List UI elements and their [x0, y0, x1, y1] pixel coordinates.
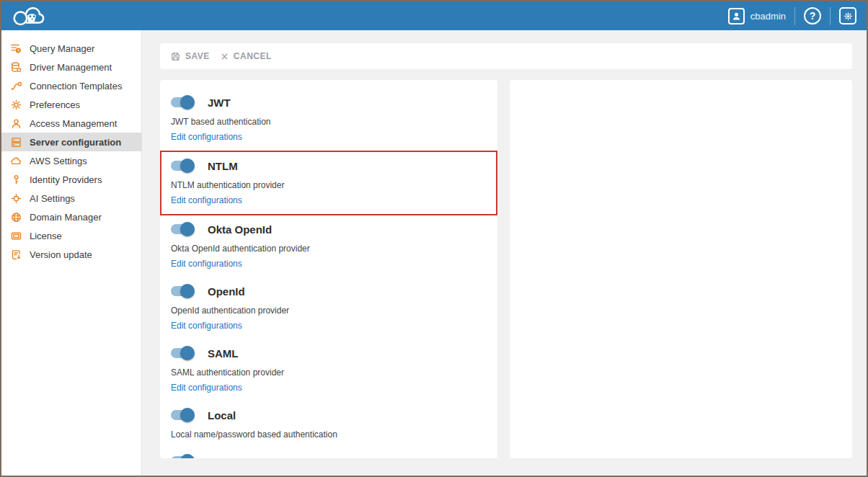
edit-configurations-link[interactable]: Edit configurations	[171, 132, 242, 142]
cloudbeaver-logo-icon[interactable]	[12, 4, 45, 29]
auth-provider-jwt: JWT JWT based authentication Edit config…	[160, 89, 497, 151]
sidebar-item-version-update[interactable]: Version update	[1, 245, 141, 264]
auth-provider-saml: SAML SAML authentication provider Edit c…	[160, 339, 497, 401]
key-icon	[10, 174, 22, 186]
sidebar: Query Manager Driver Management Connecti…	[1, 30, 142, 476]
username: cbadmin	[750, 11, 786, 22]
auth-provider-local: Local Local name/password based authenti…	[160, 401, 497, 447]
auth-provider-ntlm: NTLM NTLM authentication provider Edit c…	[160, 151, 497, 215]
chip-icon	[10, 192, 22, 205]
document-update-icon	[10, 249, 22, 261]
main-area: SAVE CANCEL JWT JWT based authentication	[142, 30, 867, 476]
details-panel	[510, 80, 852, 458]
auth-provider-okta-openid: Okta OpenId Okta OpenId authentication p…	[160, 215, 497, 277]
provider-title: JWT	[208, 97, 231, 109]
license-card-icon	[10, 230, 22, 242]
save-button[interactable]: SAVE	[170, 51, 210, 62]
save-label: SAVE	[185, 51, 210, 61]
sidebar-item-aws-settings[interactable]: AWS Settings	[1, 151, 141, 170]
sidebar-item-label: License	[30, 231, 62, 241]
sidebar-item-label: Access Management	[30, 118, 117, 129]
saml-toggle[interactable]	[171, 348, 194, 358]
auth-provider-reverse-proxy: Reverse proxy Reverse proxy header based…	[160, 447, 497, 458]
cancel-label: CANCEL	[234, 51, 272, 61]
provider-title: Reverse proxy	[208, 455, 282, 459]
sidebar-item-label: Connection Templates	[30, 81, 122, 92]
cancel-x-icon	[220, 52, 229, 61]
database-gear-icon	[10, 61, 22, 73]
globe-icon	[10, 211, 22, 223]
sidebar-item-driver-management[interactable]: Driver Management	[1, 58, 141, 76]
user-avatar-icon	[728, 8, 745, 24]
provider-title: Local	[208, 409, 236, 422]
openid-toggle[interactable]	[171, 286, 194, 296]
server-configuration-content: JWT JWT based authentication Edit config…	[160, 80, 852, 458]
gear-icon	[10, 99, 22, 111]
settings-button[interactable]	[839, 7, 856, 24]
server-stack-icon	[10, 136, 22, 148]
edit-configurations-link[interactable]: Edit configurations	[171, 383, 242, 393]
sidebar-item-label: Preferences	[30, 99, 80, 110]
provider-description: OpenId authentication provider	[171, 306, 487, 316]
provider-description: JWT based authentication	[171, 117, 487, 127]
user-menu[interactable]: cbadmin	[728, 8, 786, 24]
sidebar-item-label: AI Settings	[30, 193, 75, 204]
toolbar: SAVE CANCEL	[160, 43, 852, 69]
sidebar-item-query-manager[interactable]: Query Manager	[1, 39, 141, 58]
provider-description: Local name/password based authentication	[171, 429, 487, 440]
header-divider	[794, 7, 795, 25]
auth-providers-panel: JWT JWT based authentication Edit config…	[160, 80, 497, 458]
app-window: cbadmin ? Qu	[0, 0, 868, 477]
connection-flow-icon	[10, 80, 22, 92]
provider-title: NTLM	[208, 160, 238, 172]
sidebar-item-label: Query Manager	[30, 43, 94, 54]
auth-provider-openid: OpenId OpenId authentication provider Ed…	[160, 277, 497, 339]
sidebar-item-connection-templates[interactable]: Connection Templates	[1, 76, 141, 95]
save-icon	[170, 51, 181, 62]
user-icon	[10, 117, 22, 130]
sidebar-item-label: Version update	[30, 249, 92, 260]
help-icon: ?	[810, 10, 816, 22]
sidebar-item-access-management[interactable]: Access Management	[1, 114, 141, 133]
provider-description: Okta OpenId authentication provider	[171, 244, 487, 254]
sidebar-item-domain-manager[interactable]: Domain Manager	[1, 208, 141, 226]
edit-configurations-link[interactable]: Edit configurations	[171, 321, 242, 331]
top-header: cbadmin ?	[1, 1, 867, 30]
provider-title: SAML	[208, 347, 239, 360]
gear-icon	[843, 11, 854, 22]
sidebar-item-preferences[interactable]: Preferences	[1, 95, 141, 114]
query-list-clock-icon	[10, 43, 22, 55]
local-toggle[interactable]	[171, 410, 194, 420]
provider-title: OpenId	[208, 285, 245, 298]
sidebar-item-identity-providers[interactable]: Identity Providers	[1, 170, 141, 189]
provider-description: SAML authentication provider	[171, 367, 487, 378]
edit-configurations-link[interactable]: Edit configurations	[171, 195, 242, 205]
header-divider	[830, 7, 831, 25]
provider-description: NTLM authentication provider	[171, 180, 487, 190]
provider-title: Okta OpenId	[208, 223, 272, 236]
sidebar-item-label: Identity Providers	[30, 174, 102, 185]
ntlm-toggle[interactable]	[171, 161, 194, 171]
cloud-icon	[10, 155, 22, 167]
help-button[interactable]: ?	[804, 7, 821, 24]
okta-openid-toggle[interactable]	[171, 224, 194, 234]
sidebar-item-label: AWS Settings	[30, 156, 87, 166]
sidebar-item-server-configuration[interactable]: Server configuration	[1, 133, 141, 151]
reverse-proxy-toggle[interactable]	[171, 456, 194, 458]
sidebar-item-label: Domain Manager	[30, 212, 102, 223]
cancel-button[interactable]: CANCEL	[220, 51, 272, 61]
edit-configurations-link[interactable]: Edit configurations	[171, 259, 242, 269]
header-actions: cbadmin ?	[728, 7, 856, 25]
sidebar-item-label: Server configuration	[30, 137, 121, 148]
jwt-toggle[interactable]	[171, 97, 194, 107]
sidebar-item-ai-settings[interactable]: AI Settings	[1, 189, 141, 208]
sidebar-item-license[interactable]: License	[1, 226, 141, 245]
sidebar-item-label: Driver Management	[30, 62, 112, 73]
